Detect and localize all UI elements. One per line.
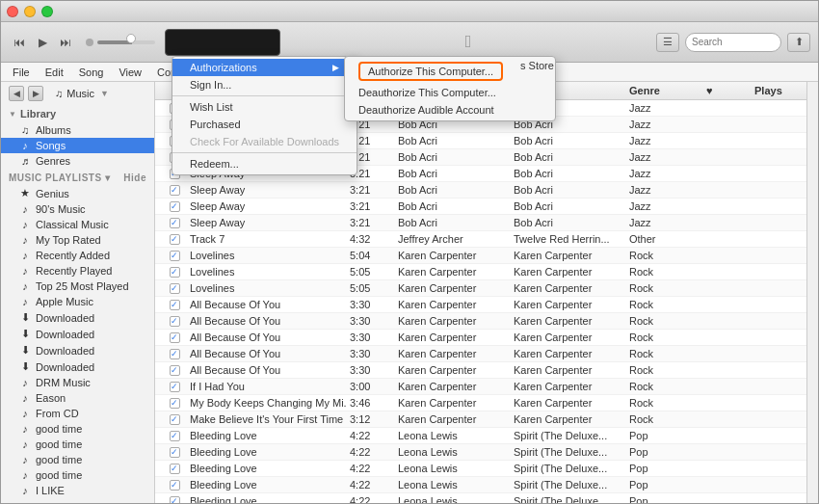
table-row[interactable]: ✓ Lovelines 5:05 Karen Carpenter Karen C… [155, 280, 806, 297]
col-artist[interactable]: Artist [394, 85, 510, 96]
row-check[interactable]: ✓ [163, 281, 186, 295]
sidebar-item-downloaded-4[interactable]: ⬇ Downloaded [1, 358, 154, 375]
sidebar-item-good-time-2[interactable]: ♪ good time [1, 437, 154, 452]
sidebar-item-90s-music[interactable]: ♪ 90's Music [1, 201, 154, 217]
menu-account[interactable]: Account [204, 65, 258, 80]
sidebar-item-classical-music[interactable]: ♪ Classical Music [1, 217, 154, 232]
sidebar-item-i-like[interactable]: ♪ I LIKE [1, 483, 154, 498]
row-fav[interactable] [702, 331, 751, 344]
back-button[interactable]: ◀ [9, 86, 24, 101]
row-fav[interactable] [702, 396, 751, 410]
row-fav[interactable] [702, 249, 751, 262]
table-row[interactable]: ✓ Sleep Away 3:21 Bob Acri Bob Acri Jazz [155, 166, 806, 182]
row-fav[interactable] [702, 347, 751, 360]
row-check[interactable]: ✓ [163, 298, 186, 311]
maximize-button[interactable] [41, 6, 53, 17]
row-check[interactable]: ✓ [163, 412, 186, 426]
row-fav[interactable] [702, 167, 751, 180]
sidebar-item-good-time-4[interactable]: ♪ good time [1, 467, 154, 483]
checkbox[interactable]: ✓ [170, 136, 180, 146]
row-fav[interactable] [702, 314, 751, 328]
sidebar-item-genres[interactable]: ♬ Genres [1, 153, 154, 169]
sidebar-item-top25[interactable]: ♪ Top 25 Most Played [1, 279, 154, 294]
row-fav[interactable] [702, 118, 751, 131]
checkbox[interactable]: ✓ [170, 431, 180, 441]
table-row[interactable]: ✓ All Because Of You 3:30 Karen Carpente… [155, 362, 806, 379]
table-row[interactable]: ✓ Sleep Away 3:21 Bob Acri Bob Acri Jazz [155, 100, 806, 117]
table-row[interactable]: ✓ Sleep Away 3:21 Bob Acri Bob Acri Jazz [155, 149, 806, 166]
menu-song[interactable]: Song [71, 65, 112, 80]
checkbox[interactable]: ✓ [170, 251, 180, 261]
row-check[interactable]: ✓ [163, 445, 186, 459]
row-check[interactable]: ✓ [163, 429, 186, 442]
sidebar-item-drm-music[interactable]: ♪ DRM Music [1, 375, 154, 390]
checkbox[interactable]: ✓ [170, 365, 180, 376]
checkbox[interactable]: ✓ [170, 152, 180, 163]
checkbox[interactable]: ✓ [170, 267, 180, 278]
row-check[interactable]: ✓ [163, 118, 186, 131]
row-check[interactable]: ✓ [163, 199, 186, 213]
search-input[interactable] [685, 33, 781, 52]
col-album[interactable]: Album [510, 85, 625, 96]
sidebar-item-songs[interactable]: ♪ Songs [1, 138, 154, 153]
checkbox[interactable]: ✓ [170, 496, 180, 504]
sidebar-item-genius[interactable]: ★ Genius [1, 185, 154, 201]
row-fav[interactable] [702, 265, 751, 279]
sidebar-item-eason[interactable]: ♪ Eason [1, 390, 154, 406]
checkbox[interactable]: ✓ [170, 332, 180, 343]
sidebar-item-recently-added[interactable]: ♪ Recently Added [1, 248, 154, 263]
next-button[interactable]: ⏭ [55, 32, 76, 53]
upload-button[interactable]: ⬆ [787, 33, 810, 52]
checkbox[interactable]: ✓ [170, 414, 180, 425]
col-genre[interactable]: Genre [625, 85, 702, 96]
table-row[interactable]: ✓ If I Had You 3:00 Karen Carpenter Kare… [155, 379, 806, 395]
forward-button[interactable]: ▶ [28, 86, 43, 101]
checkbox[interactable]: ✓ [170, 185, 180, 196]
row-check[interactable]: ✓ [163, 380, 186, 393]
row-check[interactable]: ✓ [163, 134, 186, 147]
row-check[interactable]: ✓ [163, 478, 186, 491]
table-row[interactable]: ✓ Sleep Away 3:21 Bob Acri Bob Acri Jazz [155, 133, 806, 149]
menu-view[interactable]: View [111, 65, 149, 80]
row-check[interactable]: ✓ [163, 396, 186, 410]
table-row[interactable]: ✓ Bleeding Love 4:22 Leona Lewis Spirit … [155, 493, 806, 503]
table-row[interactable]: ✓ Sleep Away 3:21 Bob Acri Bob Acri Jazz [155, 199, 806, 215]
row-check[interactable]: ✓ [163, 101, 186, 115]
checkbox[interactable]: ✓ [170, 382, 180, 392]
checkbox[interactable]: ✓ [170, 169, 180, 179]
row-check[interactable]: ✓ [163, 232, 186, 246]
row-fav[interactable] [702, 150, 751, 164]
row-fav[interactable] [702, 363, 751, 377]
row-check[interactable]: ✓ [163, 363, 186, 377]
checkbox[interactable]: ✓ [170, 316, 180, 327]
library-section-header[interactable]: ▼ Library [1, 105, 154, 122]
checkbox[interactable]: ✓ [170, 398, 180, 409]
checkbox[interactable]: ✓ [170, 234, 180, 245]
row-fav[interactable] [702, 281, 751, 295]
sidebar-item-recently-played[interactable]: ♪ Recently Played [1, 263, 154, 279]
sidebar-item-good-time-3[interactable]: ♪ good time [1, 452, 154, 467]
table-row[interactable]: ✓ All Because Of You 3:30 Karen Carpente… [155, 330, 806, 346]
minimize-button[interactable] [24, 6, 36, 17]
row-fav[interactable] [702, 216, 751, 229]
row-fav[interactable] [702, 134, 751, 147]
table-row[interactable]: ✓ Track 7 4:32 Jeffrey Archer Twelve Red… [155, 231, 806, 248]
row-fav[interactable] [702, 380, 751, 393]
row-fav[interactable] [702, 199, 751, 213]
row-check[interactable]: ✓ [163, 462, 186, 475]
table-row[interactable]: ✓ All Because Of You 3:30 Karen Carpente… [155, 313, 806, 330]
table-row[interactable]: ✓ Bleeding Love 4:22 Leona Lewis Spirit … [155, 477, 806, 493]
checkbox[interactable]: ✓ [170, 480, 180, 491]
checkbox[interactable]: ✓ [170, 103, 180, 114]
row-check[interactable]: ✓ [163, 150, 186, 164]
sidebar-item-albums[interactable]: ♫ Albums [1, 122, 154, 138]
checkbox[interactable]: ✓ [170, 464, 180, 474]
sidebar-item-downloaded-2[interactable]: ⬇ Downloaded [1, 326, 154, 342]
col-name[interactable]: Name [186, 85, 346, 96]
sidebar-item-good-time-1[interactable]: ♪ good time [1, 421, 154, 437]
menu-controls[interactable]: Controls [149, 65, 204, 80]
row-check[interactable]: ✓ [163, 216, 186, 229]
row-fav[interactable] [702, 232, 751, 246]
table-row[interactable]: ✓ Sleep Away 3:21 Bob Acri Bob Acri Jazz [155, 215, 806, 231]
checkbox[interactable]: ✓ [170, 218, 180, 228]
